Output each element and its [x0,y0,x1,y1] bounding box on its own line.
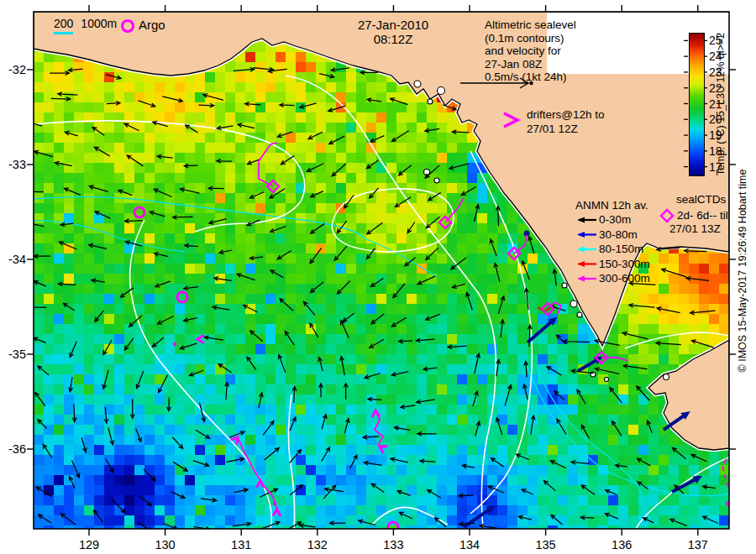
x-tick-129: 129 [64,538,114,551]
colorbar-tick-19: 19 [709,128,722,142]
sst-map-figure: 2001000m Argo 27-Jan-201008:12Z Altimetr… [0,0,756,554]
alti-line4: 27-Jan 08Z [485,58,542,71]
y-tick--34: -34 [0,253,26,266]
bathy-200m-label: 200 [54,18,73,34]
y-tick--36: -36 [0,442,26,456]
x-tick-135: 135 [521,538,571,551]
imos-credit: © IMOS 15-May-2017 19:26:49 Hobart time [737,12,748,530]
anmn-entry-80-150m: 80-150m [599,243,643,255]
drifters-line1: drifters@12h to [527,108,605,121]
x-tick-136: 136 [596,538,647,551]
alti-line3: and velocity for [485,44,561,57]
x-tick-131: 131 [216,538,266,551]
y-tick--35: -35 [0,348,26,361]
y-tick--32: -32 [0,63,26,76]
colorbar-tick-23: 23 [709,65,722,79]
anmn-entry-0-30m: 0-30m [599,213,631,226]
x-tick-133: 133 [368,538,418,551]
anmn-legend-title: ANMN 12h av. [575,199,648,212]
bathymetry-legend: 2001000m [54,18,117,34]
anmn-entry-150-300m: 150-300m [599,258,650,270]
x-tick-134: 134 [444,538,495,551]
colorbar-tick-17: 17 [709,160,722,174]
x-tick-132: 132 [292,538,343,551]
timestamp: 27-Jan-201008:12Z [334,18,452,46]
y-tick--33: -33 [0,158,26,171]
alti-line2: (0.1m contours) [485,32,564,44]
sealctd-legend-line2: 27/01 13Z [669,222,721,236]
sealctd-legend-title: sealCTDs [676,193,726,206]
x-tick-130: 130 [140,538,191,551]
drifters-line2: 27/01 12Z [527,123,578,135]
anmn-entry-300-600m: 300-600m [599,272,650,285]
argo-legend-label: Argo [139,18,165,32]
temperature-colorbar [689,33,705,176]
alti-line1: Altimetric sealevel [485,18,576,31]
date-line: 27-Jan-2010 [358,18,428,32]
alti-line5: 0.5m/s (1kt 24h) [485,71,567,83]
colorbar-tick-22: 22 [709,81,722,95]
colorbar-tick-20: 20 [709,112,722,126]
sealctd-legend-line1: 2d- 6d-- til [677,209,728,222]
time-line: 08:12Z [374,32,413,46]
bathy-1000m-label: 1000m [81,17,117,30]
colorbar-tick-25: 25 [709,34,722,47]
x-tick-137: 137 [673,538,723,551]
colorbar-tick-21: 21 [709,97,722,111]
colorbar-tick-24: 24 [709,50,722,63]
colorbar-tick-18: 18 [709,144,722,158]
drifters-note: drifters@12h to27/01 12Z [527,108,605,136]
altimetric-note: Altimetric sealevel(0.1m contours)and ve… [485,18,576,84]
anmn-entry-30-80m: 30-80m [599,228,638,241]
